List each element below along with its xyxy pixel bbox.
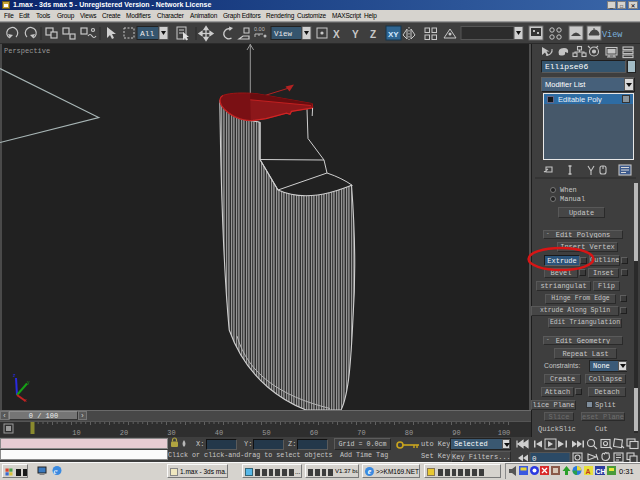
svg-text:y: y [27, 379, 30, 385]
svg-text:All: All [140, 29, 155, 38]
svg-text:View: View [602, 30, 623, 40]
svg-text:100: 100 [498, 429, 511, 437]
svg-text:View: View [274, 30, 293, 38]
svg-text:Perspective: Perspective [4, 47, 50, 55]
svg-text:0:31: 0:31 [619, 467, 634, 476]
svg-text:80: 80 [405, 429, 413, 437]
svg-text:0: 0 [532, 455, 537, 462]
svg-text:10: 10 [72, 429, 80, 437]
svg-text:XY: XY [388, 30, 399, 39]
svg-text:0.00: 0.00 [254, 26, 265, 32]
svg-text:30: 30 [167, 429, 175, 437]
svg-text:Y: Y [352, 29, 359, 40]
svg-text:z: z [13, 372, 16, 378]
svg-text:40: 40 [215, 429, 223, 437]
svg-text:Z: Z [370, 29, 376, 40]
svg-text:60: 60 [310, 429, 318, 437]
svg-text:X: X [333, 29, 340, 40]
svg-text:70: 70 [357, 429, 365, 437]
svg-text:A: A [586, 468, 591, 475]
svg-text:20: 20 [120, 429, 128, 437]
svg-text:90: 90 [452, 429, 460, 437]
svg-text:e: e [54, 466, 58, 476]
svg-text:x: x [24, 397, 27, 403]
svg-text:50: 50 [262, 429, 270, 437]
svg-text:CH: CH [596, 468, 606, 475]
